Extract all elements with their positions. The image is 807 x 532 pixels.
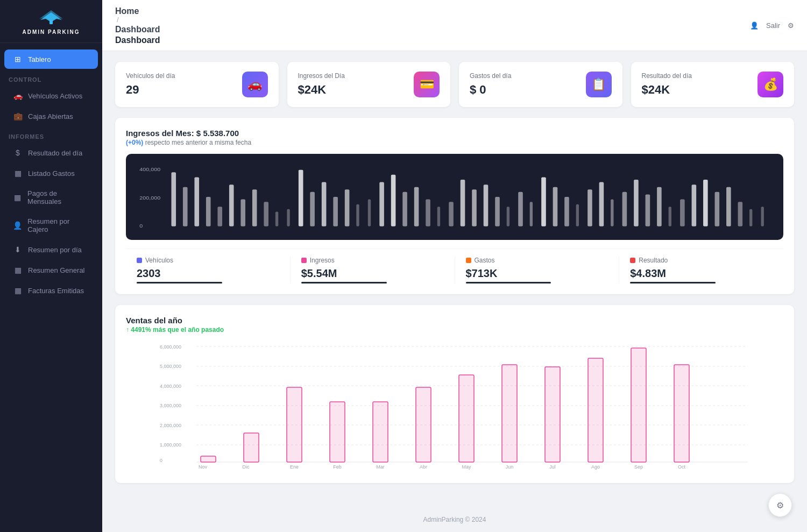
footer: AdminParking © 2024 — [102, 507, 807, 532]
svg-rect-49 — [692, 185, 697, 226]
fab-gear-icon: ⚙ — [776, 500, 784, 510]
svg-rect-11 — [252, 189, 257, 226]
summary-value-resultado: $4.83M — [630, 267, 773, 280]
svg-rect-75 — [416, 387, 431, 462]
svg-rect-47 — [669, 207, 671, 226]
svg-rect-20 — [356, 204, 359, 226]
stat-icon-gastos: 📋 — [586, 72, 612, 97]
sidebar-item-resultado-dia[interactable]: $ Resultado del día — [4, 143, 98, 162]
footer-text: AdminParking © 2024 — [423, 516, 486, 523]
svg-text:0: 0 — [160, 458, 162, 463]
svg-text:200,000: 200,000 — [139, 195, 160, 200]
svg-text:Ago: Ago — [591, 464, 600, 470]
stat-card-resultado: Resultado del día $24K 💰 — [631, 62, 795, 107]
svg-rect-38 — [564, 197, 569, 226]
user-icon: 👤 — [750, 22, 759, 30]
svg-text:Nov: Nov — [199, 464, 208, 470]
breadcrumb: Home / Dashboard Dashboard — [115, 5, 160, 45]
svg-rect-30 — [472, 189, 477, 226]
summary-label-gastos: Gastos — [475, 257, 495, 264]
svg-rect-15 — [299, 170, 303, 226]
svg-text:5,000,000: 5,000,000 — [160, 364, 181, 369]
tablero-icon: ⊞ — [13, 55, 23, 63]
svg-rect-41 — [599, 182, 604, 226]
sidebar-item-resumen-general[interactable]: ▦ Resumen General — [4, 260, 98, 280]
svg-rect-33 — [507, 207, 509, 226]
sidebar-item-cajas-abiertas[interactable]: 💼 Cajas Abiertas — [4, 107, 98, 126]
summary-gastos: Gastos $713K — [455, 257, 620, 283]
fab-settings-button[interactable]: ⚙ — [768, 493, 792, 517]
subtitle-percent: (+0%) — [126, 139, 143, 146]
sidebar-item-resumen-dia[interactable]: ⬇ Resumen por día — [4, 240, 98, 259]
svg-rect-14 — [287, 209, 289, 226]
top-actions: 👤 Salir ⚙ — [750, 22, 794, 30]
svg-rect-25 — [414, 187, 419, 226]
summary-resultado: Resultado $4.83M — [619, 257, 783, 283]
logo-label: ADMIN PARKING — [23, 29, 80, 35]
stat-label-resultado: Resultado del día — [642, 72, 692, 80]
user-icon: 👤 — [13, 221, 22, 230]
svg-rect-28 — [449, 202, 454, 226]
sidebar-item-label: Facturas Emitidas — [28, 287, 84, 295]
svg-rect-71 — [244, 433, 259, 462]
sidebar-item-tablero[interactable]: ⊞ Tablero — [4, 49, 98, 69]
monthly-chart-title: Ingresos del Mes: $ 5.538.700 — [126, 129, 783, 138]
svg-text:2,000,000: 2,000,000 — [160, 423, 181, 428]
svg-rect-6 — [194, 177, 199, 226]
summary-value-vehiculos: 2303 — [137, 267, 279, 280]
stat-value-gastos: $ 0 — [470, 83, 511, 97]
svg-rect-55 — [761, 207, 764, 226]
sidebar-item-facturas[interactable]: ▦ Facturas Emitidas — [4, 281, 98, 300]
sidebar-item-listado-gastos[interactable]: ▦ Listado Gastos — [4, 164, 98, 183]
stat-value-vehiculos: 29 — [126, 83, 175, 97]
list-icon: ▦ — [13, 169, 23, 178]
sidebar-item-pagos-mensuales[interactable]: ▦ Pagos de Mensuales — [4, 184, 98, 211]
svg-rect-16 — [310, 192, 315, 226]
svg-rect-9 — [229, 185, 234, 226]
svg-rect-27 — [437, 207, 440, 226]
svg-text:May: May — [462, 464, 471, 470]
svg-text:6,000,000: 6,000,000 — [160, 344, 181, 350]
svg-rect-5 — [183, 187, 188, 226]
svg-rect-45 — [646, 194, 650, 226]
sidebar-item-label: Resumen por día — [28, 246, 82, 254]
subtitle-text: respecto mes anterior a misma fecha — [145, 139, 251, 146]
invoice-icon: ▦ — [13, 286, 23, 295]
svg-rect-19 — [345, 189, 350, 226]
svg-rect-53 — [738, 202, 743, 226]
svg-rect-24 — [402, 192, 407, 226]
stat-icon-ingresos: 💳 — [414, 72, 440, 97]
svg-rect-44 — [634, 180, 639, 226]
sidebar-item-resumen-cajero[interactable]: 👤 Resumen por Cajero — [4, 212, 98, 239]
svg-rect-73 — [330, 402, 345, 462]
svg-rect-54 — [749, 209, 752, 226]
summary-vehiculos: Vehículos 2303 — [126, 257, 291, 283]
sidebar-nav: ⊞ Tablero CONTROL 🚗 Vehículos Activos 💼 … — [0, 43, 102, 532]
svg-rect-80 — [631, 348, 646, 462]
svg-rect-48 — [680, 200, 685, 226]
settings-icon[interactable]: ⚙ — [788, 22, 794, 30]
svg-text:Sep: Sep — [634, 464, 643, 470]
svg-text:Abr: Abr — [420, 464, 427, 470]
svg-rect-26 — [426, 200, 430, 226]
sidebar-item-label: Resumen General — [28, 266, 85, 274]
stat-card-gastos: Gastos del día $ 0 📋 — [459, 62, 622, 107]
sidebar-item-vehiculos-activos[interactable]: 🚗 Vehículos Activos — [4, 86, 98, 105]
summary-bar-ingresos — [301, 282, 387, 283]
svg-rect-79 — [588, 358, 603, 462]
svg-rect-8 — [217, 207, 222, 226]
svg-rect-17 — [322, 182, 327, 226]
top-bar: Home / Dashboard Dashboard 👤 Salir ⚙ — [102, 0, 807, 51]
sidebar: ADMIN PARKING ⊞ Tablero CONTROL 🚗 Vehícu… — [0, 0, 102, 532]
summary-label-ingresos: Ingresos — [310, 257, 335, 264]
stat-label-ingresos: Ingresos del Día — [298, 72, 345, 80]
yearly-chart-title: Ventas del año — [126, 316, 783, 325]
chart-icon: ▦ — [13, 266, 23, 274]
monthly-chart-card: Ingresos del Mes: $ 5.538.700 (+0%) resp… — [115, 118, 794, 294]
svg-rect-43 — [622, 192, 627, 226]
sidebar-item-label: Vehículos Activos — [28, 92, 82, 100]
stat-value-resultado: $24K — [642, 83, 692, 97]
salir-link[interactable]: Salir — [766, 22, 780, 30]
svg-rect-22 — [379, 182, 384, 226]
dark-chart-svg: 400,000 200,000 0 — [137, 162, 773, 231]
